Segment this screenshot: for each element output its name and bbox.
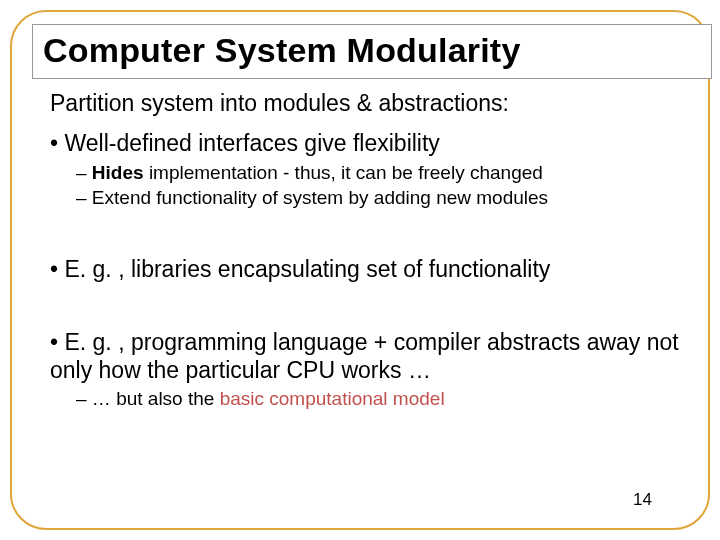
slide-content: Partition system into modules & abstract… [50, 90, 704, 413]
model-pre: … but also the [92, 388, 220, 409]
bullet-libraries: E. g. , libraries encapsulating set of f… [50, 256, 704, 284]
subbullet-hides: Hides implementation - thus, it can be f… [76, 162, 704, 185]
title-box: Computer System Modularity [32, 24, 712, 79]
slide-title: Computer System Modularity [43, 31, 701, 70]
model-accent: basic computational model [220, 388, 445, 409]
slide-frame: Computer System Modularity Partition sys… [10, 10, 710, 530]
subbullet-model: … but also the basic computational model [76, 388, 704, 411]
subbullet-extend: Extend functionality of system by adding… [76, 187, 704, 210]
bullet-compiler: E. g. , programming language + compiler … [50, 329, 704, 384]
hides-rest: implementation - thus, it can be freely … [144, 162, 543, 183]
hides-strong: Hides [92, 162, 144, 183]
subtitle-text: Partition system into modules & abstract… [50, 90, 704, 116]
bullet-interfaces: Well-defined interfaces give flexibility [50, 130, 704, 158]
page-number: 14 [633, 490, 652, 510]
